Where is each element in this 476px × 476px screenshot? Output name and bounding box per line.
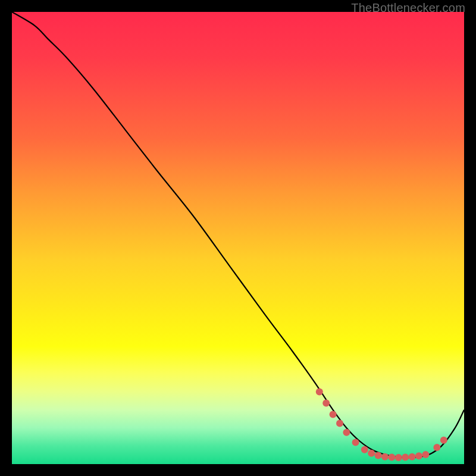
data-marker [402, 454, 409, 461]
data-marker [415, 452, 422, 459]
data-marker [440, 437, 447, 444]
data-marker [336, 420, 343, 427]
data-marker [422, 451, 429, 458]
chart-svg [12, 12, 464, 464]
chart-frame: TheBottlenecker.com [0, 0, 476, 476]
data-marker [361, 446, 368, 453]
data-marker [388, 454, 395, 461]
data-marker [368, 450, 375, 457]
data-marker [330, 411, 337, 418]
data-marker [395, 454, 402, 461]
data-marker [433, 444, 440, 451]
marker-group [316, 388, 447, 461]
data-marker [343, 429, 350, 436]
data-marker [381, 453, 389, 461]
data-marker [375, 452, 382, 459]
data-marker [352, 439, 359, 446]
data-marker [316, 388, 323, 395]
plot-area [12, 12, 464, 464]
data-marker [409, 453, 416, 461]
bottleneck-curve [12, 12, 464, 458]
data-marker [322, 399, 330, 406]
